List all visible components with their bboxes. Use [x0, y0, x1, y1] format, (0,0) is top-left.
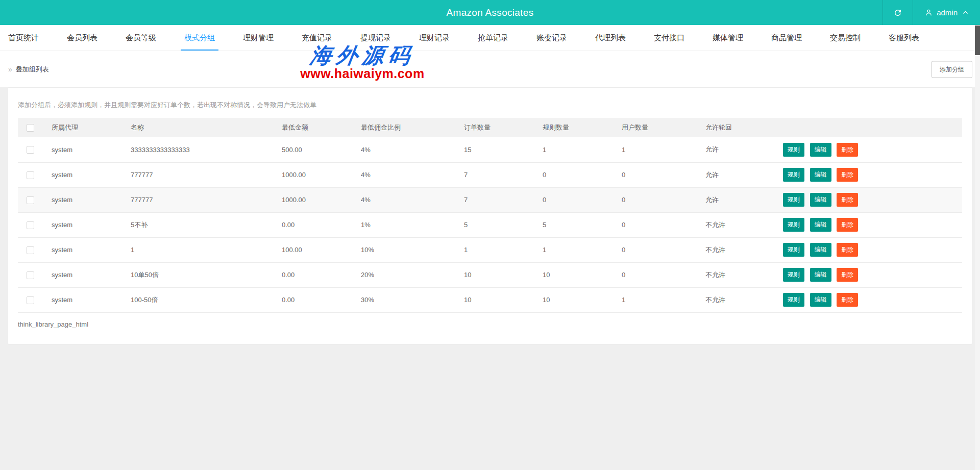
header-checkbox-cell [18, 118, 52, 137]
cell-agent: system [52, 262, 131, 287]
tab-member-list[interactable]: 会员列表 [67, 25, 97, 51]
cell-loop: 不允许 [705, 287, 783, 312]
edit-button[interactable]: 编辑 [810, 143, 831, 157]
add-group-button[interactable]: 添加分组 [932, 61, 972, 78]
cell-orders: 7 [464, 187, 543, 212]
table-row: system 3333333333333333 500.00 4% 15 1 1… [18, 137, 962, 162]
row-checkbox[interactable] [27, 271, 34, 279]
cell-users: 0 [622, 212, 705, 237]
cell-min-commission: 4% [361, 137, 464, 162]
cell-loop: 不允许 [705, 262, 783, 287]
col-header-min-amount: 最低金额 [282, 118, 361, 137]
edit-button[interactable]: 编辑 [810, 243, 831, 257]
tab-media-mgmt[interactable]: 媒体管理 [713, 25, 743, 51]
row-checkbox[interactable] [27, 146, 34, 154]
cell-name: 100-50倍 [131, 287, 282, 312]
breadcrumb: 叠加组列表 [16, 65, 49, 74]
refresh-button[interactable] [883, 0, 913, 25]
cell-users: 0 [622, 262, 705, 287]
tab-payment-api[interactable]: 支付接口 [654, 25, 684, 51]
cell-loop: 不允许 [705, 237, 783, 262]
tab-home-stats[interactable]: 首页统计 [8, 25, 39, 51]
user-icon [924, 8, 933, 17]
tab-agent-list[interactable]: 代理列表 [595, 25, 626, 51]
delete-button[interactable]: 删除 [837, 218, 858, 232]
tab-grab-order-records[interactable]: 抢单记录 [478, 25, 508, 51]
cell-agent: system [52, 287, 131, 312]
cell-min-amount: 0.00 [282, 262, 361, 287]
row-checkbox[interactable] [27, 296, 34, 304]
cell-orders: 15 [464, 137, 543, 162]
edit-button[interactable]: 编辑 [810, 293, 831, 307]
edit-button[interactable]: 编辑 [810, 218, 831, 232]
rule-note: 添加分组后，必须添加规则，并且规则需要对应好订单个数，若出现不对称情况，会导致用… [18, 88, 962, 110]
rule-button[interactable]: 规则 [783, 243, 804, 257]
refresh-icon [893, 8, 902, 17]
tab-finance-mgmt[interactable]: 理财管理 [243, 25, 274, 51]
table-header-row: 所属代理 名称 最低金额 最低佣金比例 订单数量 规则数量 用户数量 允许轮回 [18, 118, 962, 137]
rule-button[interactable]: 规则 [783, 293, 804, 307]
edit-button[interactable]: 编辑 [810, 268, 831, 282]
edit-button[interactable]: 编辑 [810, 168, 831, 182]
cell-min-amount: 0.00 [282, 212, 361, 237]
cell-users: 1 [622, 137, 705, 162]
delete-button[interactable]: 删除 [837, 193, 858, 207]
breadcrumb-arrow-icon: » [8, 65, 12, 73]
row-checkbox[interactable] [27, 196, 34, 204]
row-checkbox[interactable] [27, 171, 34, 179]
scrollbar-thumb[interactable] [975, 26, 980, 55]
cell-min-commission: 30% [361, 287, 464, 312]
table-row: system 5不补 0.00 1% 5 5 0 不允许 规则 编辑 删除 [18, 212, 962, 237]
main-nav: 首页统计 会员列表 会员等级 模式分组 理财管理 充值记录 提现记录 理财记录 … [0, 25, 980, 51]
page-content: 添加分组后，必须添加规则，并且规则需要对应好订单个数，若出现不对称情况，会导致用… [0, 87, 980, 470]
cell-rules: 1 [543, 237, 622, 262]
cell-orders: 5 [464, 212, 543, 237]
table-row: system 777777 1000.00 4% 7 0 0 允许 规则 编辑 … [18, 187, 962, 212]
cell-min-commission: 10% [361, 237, 464, 262]
rule-button[interactable]: 规则 [783, 193, 804, 207]
cell-rules: 0 [543, 187, 622, 212]
cell-min-amount: 1000.00 [282, 187, 361, 212]
group-table: 所属代理 名称 最低金额 最低佣金比例 订单数量 规则数量 用户数量 允许轮回 … [18, 118, 962, 313]
select-all-checkbox[interactable] [27, 124, 34, 132]
cell-min-commission: 1% [361, 212, 464, 237]
cell-rules: 5 [543, 212, 622, 237]
col-header-rules: 规则数量 [543, 118, 622, 137]
user-menu[interactable]: admin [913, 0, 980, 25]
tab-recharge-records[interactable]: 充值记录 [302, 25, 332, 51]
cell-name: 5不补 [131, 212, 282, 237]
edit-button[interactable]: 编辑 [810, 193, 831, 207]
row-checkbox[interactable] [27, 221, 34, 229]
cell-loop: 不允许 [705, 212, 783, 237]
tab-mode-group[interactable]: 模式分组 [184, 25, 215, 51]
tab-service-list[interactable]: 客服列表 [889, 25, 919, 51]
delete-button[interactable]: 删除 [837, 268, 858, 282]
rule-button[interactable]: 规则 [783, 168, 804, 182]
rule-button[interactable]: 规则 [783, 143, 804, 157]
tab-product-mgmt[interactable]: 商品管理 [771, 25, 802, 51]
rule-button[interactable]: 规则 [783, 268, 804, 282]
cell-rules: 10 [543, 262, 622, 287]
cell-users: 0 [622, 237, 705, 262]
delete-button[interactable]: 删除 [837, 243, 858, 257]
cell-min-commission: 4% [361, 187, 464, 212]
table-row: system 777777 1000.00 4% 7 0 0 允许 规则 编辑 … [18, 162, 962, 187]
rule-button[interactable]: 规则 [783, 218, 804, 232]
row-checkbox[interactable] [27, 246, 34, 254]
tab-member-level[interactable]: 会员等级 [126, 25, 156, 51]
col-header-actions [783, 118, 962, 137]
col-header-users: 用户数量 [622, 118, 705, 137]
tab-trade-control[interactable]: 交易控制 [830, 25, 861, 51]
tab-finance-records[interactable]: 理财记录 [419, 25, 450, 51]
cell-users: 0 [622, 162, 705, 187]
delete-button[interactable]: 删除 [837, 168, 858, 182]
cell-orders: 10 [464, 262, 543, 287]
breadcrumb-bar: » 叠加组列表 添加分组 [0, 51, 980, 87]
user-name: admin [937, 8, 958, 17]
tab-withdraw-records[interactable]: 提现记录 [360, 25, 391, 51]
tab-balance-change-records[interactable]: 账变记录 [536, 25, 567, 51]
delete-button[interactable]: 删除 [837, 293, 858, 307]
delete-button[interactable]: 删除 [837, 143, 858, 157]
scrollbar-track[interactable] [975, 25, 980, 470]
table-row: system 100-50倍 0.00 30% 10 10 1 不允许 规则 编… [18, 287, 962, 312]
